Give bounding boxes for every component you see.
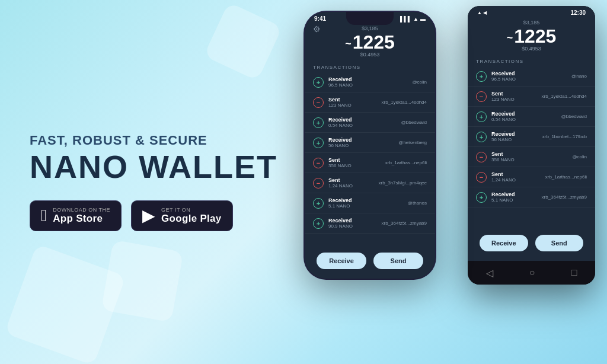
android-send-button[interactable]: Send (535, 235, 584, 251)
transaction-item: +Received5.1 NANO@thanos (305, 193, 435, 213)
tx-address: @colin (572, 154, 587, 159)
tx-address: xrb_1arthas...nep6li (545, 174, 587, 180)
android-wallet-header: $3,185 1225 $0.4953 (468, 17, 595, 56)
received-icon: + (313, 138, 324, 148)
iphone-receive-button[interactable]: Receive (317, 253, 366, 269)
store-buttons:  Download on the App Store ▶ GET IT ON … (30, 200, 277, 231)
google-play-button[interactable]: ▶ GET IT ON Google Play (131, 200, 233, 231)
tx-amount: 1.24 NANO (328, 183, 374, 189)
settings-icon[interactable]: ⚙ (313, 24, 321, 34)
tx-type: Received (491, 131, 538, 137)
iphone-transactions-label: TRANSACTIONS (305, 62, 435, 72)
iphone-notch (346, 12, 394, 25)
tx-type: Sent (328, 177, 374, 183)
sent-icon: − (313, 158, 324, 168)
android-receive-button[interactable]: Receive (480, 235, 528, 251)
tx-type: Received (328, 137, 394, 143)
tx-address: @heisenberg (398, 140, 427, 145)
android-balance-label: $3,185 (468, 20, 595, 25)
received-icon: + (476, 132, 487, 142)
android-transactions-label: TRANSACTIONS (468, 56, 595, 66)
app-store-text: Download on the App Store (53, 207, 110, 225)
iphone-balance-label: $3,185 (305, 25, 435, 31)
received-icon: + (313, 117, 324, 128)
tx-info: Sent356 NANO (328, 157, 381, 168)
tx-info: Received90.9 NANO (328, 218, 377, 229)
phones-area: ▲ ◀ 12:30 $3,185 1225 $0.4953 TRANSACTIO… (263, 0, 607, 364)
signal-icon: ▌▌▌ (400, 16, 411, 22)
android-home-icon[interactable]: ○ (529, 267, 535, 278)
tx-type: Sent (328, 97, 377, 103)
tx-info: Received96.5 NANO (328, 76, 407, 88)
google-play-small-text: GET IT ON (161, 207, 222, 213)
tx-address: xrb_1yekta1...4sdhd4 (382, 100, 427, 105)
android-back-icon[interactable]: ◁ (486, 267, 493, 279)
received-icon: + (313, 77, 324, 88)
tx-info: Sent1.24 NANO (328, 177, 374, 189)
transaction-item: −Sent356 NANO@colin (468, 147, 595, 167)
sent-icon: − (476, 172, 487, 183)
received-icon: + (476, 71, 487, 82)
app-store-large-text: App Store (53, 213, 110, 225)
tx-amount: 5.1 NANO (328, 203, 403, 209)
app-title: NANO WALLET (30, 151, 277, 183)
iphone-time: 9:41 (314, 15, 326, 22)
tx-amount: 56 NANO (491, 137, 538, 142)
received-icon: + (476, 111, 487, 122)
transaction-item: +Received56 NANO@heisenberg (305, 133, 435, 153)
tx-type: Received (491, 191, 537, 197)
iphone-balance-usd: $0.4953 (305, 52, 435, 58)
android-recents-icon[interactable]: □ (571, 267, 577, 278)
tx-amount: 90.9 NANO (328, 223, 377, 229)
tx-info: Received56 NANO (328, 137, 394, 148)
tx-amount: 56 NANO (328, 143, 394, 148)
android-status-bar: ▲ ◀ 12:30 (468, 6, 595, 17)
received-icon: + (313, 218, 324, 229)
tx-address: @bbedward (561, 114, 587, 119)
transaction-item: −Sent123 NANOxrb_1yekta1...4sdhd4 (305, 92, 435, 113)
android-phone: ▲ ◀ 12:30 $3,185 1225 $0.4953 TRANSACTIO… (468, 6, 595, 285)
tx-type: Sent (328, 157, 381, 163)
transaction-item: −Sent123 NANOxrb_1yekta1...4sdhd4 (468, 87, 595, 107)
android-balance-nano: 1225 (468, 27, 595, 46)
transaction-item: −Sent356 NANOxrb_1arthas...nep6li (305, 153, 435, 173)
tx-address: xrb_1yekta1...4sdhd4 (542, 94, 587, 99)
tx-amount: 356 NANO (328, 163, 381, 168)
transaction-item: +Received0.54 NANO@bbedward (305, 113, 435, 133)
tx-amount: 123 NANO (328, 103, 377, 108)
tx-amount: 356 NANO (491, 157, 567, 162)
app-store-button[interactable]:  Download on the App Store (30, 200, 122, 231)
tx-address: xrb_1arthas...nep6li (385, 160, 427, 165)
app-store-small-text: Download on the (53, 207, 110, 213)
tx-info: Received5.1 NANO (491, 191, 537, 203)
transaction-item: −Sent1.24 NANOxrb_3h7sMgi...pm4qee (305, 173, 435, 193)
iphone-balance-nano: 1225 (305, 33, 435, 52)
tx-type: Received (328, 218, 377, 223)
tx-address: @nano (571, 74, 587, 79)
tx-amount: 0.54 NANO (491, 117, 557, 122)
tx-info: Sent356 NANO (491, 151, 567, 162)
android-screen: ▲ ◀ 12:30 $3,185 1225 $0.4953 TRANSACTIO… (468, 6, 595, 261)
wifi-icon: ▲ (413, 16, 418, 22)
transaction-item: +Received5.1 NANOxrb_364fz5t...zmyab9 (468, 187, 595, 207)
iphone-phone: 9:41 ▌▌▌ ▲ ▬ ⚙ $3,185 1225 $0.4953 TRANS… (305, 12, 435, 279)
iphone-screen: 9:41 ▌▌▌ ▲ ▬ ⚙ $3,185 1225 $0.4953 TRANS… (305, 12, 435, 279)
android-balance-usd: $0.4953 (468, 46, 595, 52)
tx-address: @bbedward (401, 120, 427, 125)
android-status-icons-left: ▲ ◀ (477, 10, 487, 15)
tx-amount: 96.5 NANO (328, 82, 407, 88)
transaction-item: +Received56 NANOxrb_1bonbet...17fbcb (468, 127, 595, 147)
tagline: FAST, ROBUST & SECURE (30, 133, 277, 148)
transaction-item: +Received96.5 NANO@colin (305, 72, 435, 92)
apple-icon:  (41, 207, 47, 224)
iphone-send-button[interactable]: Send (373, 253, 423, 269)
tx-address: xrb_364fz5t...zmyab9 (542, 194, 587, 200)
tx-address: xrb_364fz5t...zmyab9 (382, 221, 427, 226)
iphone-wallet-header: ⚙ $3,185 1225 $0.4953 (305, 23, 435, 62)
transaction-item: +Received90.9 NANOxrb_364fz5t...zmyab9 (305, 213, 435, 234)
tx-type: Sent (491, 151, 567, 157)
transaction-item: −Sent1.24 NANOxrb_1arthas...nep6li (468, 167, 595, 187)
tx-type: Sent (491, 91, 537, 97)
iphone-transaction-list: +Received96.5 NANO@colin−Sent123 NANOxrb… (305, 72, 435, 234)
transaction-item: +Received0.54 NANO@bbedward (468, 107, 595, 127)
